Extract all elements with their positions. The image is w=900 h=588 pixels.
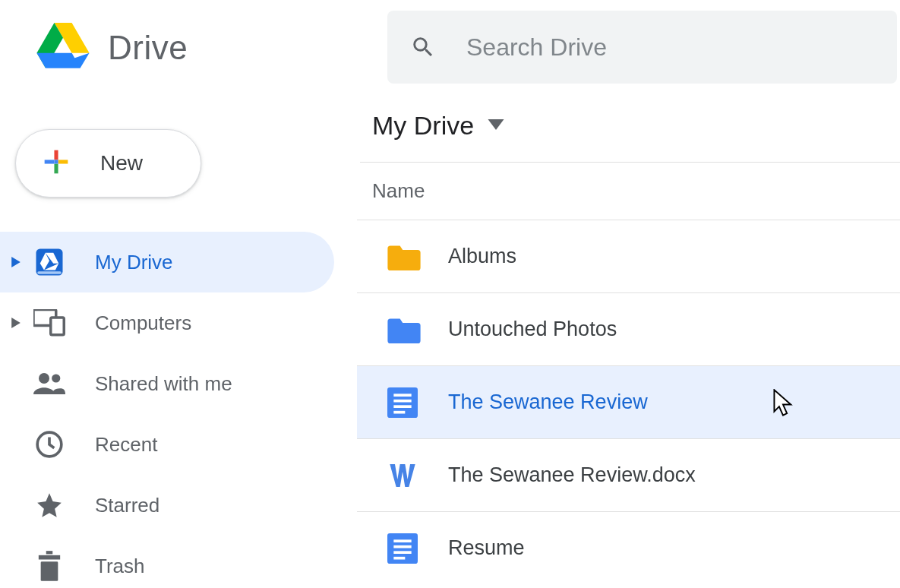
sidebar-item-trash[interactable]: Trash xyxy=(0,536,334,588)
expand-arrow-icon[interactable] xyxy=(9,318,23,328)
computers-icon xyxy=(30,309,68,337)
sidebar-item-recent[interactable]: Recent xyxy=(0,414,334,475)
svg-rect-17 xyxy=(393,539,411,542)
chevron-down-icon xyxy=(488,119,504,133)
trash-icon xyxy=(30,551,68,581)
breadcrumb-label: My Drive xyxy=(372,111,474,141)
nav-list: My Drive Computers xyxy=(0,232,357,588)
breadcrumb[interactable]: My Drive xyxy=(357,111,900,162)
file-name: The Sewanee Review.docx xyxy=(448,463,696,487)
file-row-sewanee-docx[interactable]: The Sewanee Review.docx xyxy=(357,438,900,511)
new-button[interactable]: New xyxy=(15,129,201,198)
sidebar-item-my-drive[interactable]: My Drive xyxy=(0,232,334,292)
svg-rect-10 xyxy=(41,561,58,581)
svg-rect-8 xyxy=(39,555,60,560)
drive-logo-icon xyxy=(36,23,90,73)
main-panel: My Drive Name Albums Untou xyxy=(357,84,900,588)
svg-rect-12 xyxy=(393,394,411,397)
svg-rect-20 xyxy=(393,556,405,559)
logo-area: Drive xyxy=(0,0,387,73)
file-row-albums[interactable]: Albums xyxy=(357,220,900,292)
product-name: Drive xyxy=(108,29,188,67)
svg-rect-2 xyxy=(37,271,62,274)
plus-icon xyxy=(39,144,74,182)
sidebar-item-label: My Drive xyxy=(95,251,173,274)
sidebar-item-computers[interactable]: Computers xyxy=(0,292,334,353)
svg-point-5 xyxy=(39,373,49,384)
svg-rect-9 xyxy=(46,551,53,554)
file-row-resume[interactable]: Resume xyxy=(357,511,900,584)
cursor-icon xyxy=(772,389,794,419)
svg-rect-18 xyxy=(393,545,411,548)
sidebar-item-label: Starred xyxy=(95,494,159,517)
file-list: Albums Untouched Photos The Sewanee Revi… xyxy=(357,220,900,584)
folder-icon xyxy=(387,316,429,343)
word-icon xyxy=(387,460,429,491)
sidebar-item-label: Computers xyxy=(95,311,191,335)
file-row-untouched-photos[interactable]: Untouched Photos xyxy=(357,292,900,365)
file-name: Resume xyxy=(448,536,525,560)
file-name: The Sewanee Review xyxy=(448,390,648,414)
sidebar-item-label: Trash xyxy=(95,555,145,578)
gdoc-icon xyxy=(387,387,429,418)
svg-rect-14 xyxy=(393,405,411,408)
search-bar[interactable] xyxy=(387,11,897,84)
file-row-sewanee-review[interactable]: The Sewanee Review xyxy=(357,365,900,438)
gdoc-icon xyxy=(387,533,429,564)
star-icon xyxy=(30,491,68,520)
svg-rect-0 xyxy=(54,160,58,163)
people-icon xyxy=(30,372,68,395)
sidebar-item-shared[interactable]: Shared with me xyxy=(0,353,334,414)
sidebar-item-label: Recent xyxy=(95,433,157,457)
search-icon xyxy=(410,34,436,60)
sidebar-item-starred[interactable]: Starred xyxy=(0,475,334,536)
clock-icon xyxy=(30,430,68,459)
folder-icon xyxy=(387,243,429,270)
file-name: Untouched Photos xyxy=(448,318,617,341)
sidebar: New xyxy=(0,84,357,588)
svg-rect-15 xyxy=(393,410,405,413)
drive-badge-icon xyxy=(30,246,68,278)
column-header-name[interactable]: Name xyxy=(357,163,900,220)
expand-arrow-icon[interactable] xyxy=(9,257,23,267)
svg-rect-13 xyxy=(393,399,411,402)
svg-point-6 xyxy=(52,374,60,382)
new-button-label: New xyxy=(100,151,143,175)
svg-rect-19 xyxy=(393,551,411,554)
svg-rect-4 xyxy=(51,318,65,335)
sidebar-item-label: Shared with me xyxy=(95,372,232,396)
file-name: Albums xyxy=(448,245,516,268)
search-input[interactable] xyxy=(466,33,874,62)
